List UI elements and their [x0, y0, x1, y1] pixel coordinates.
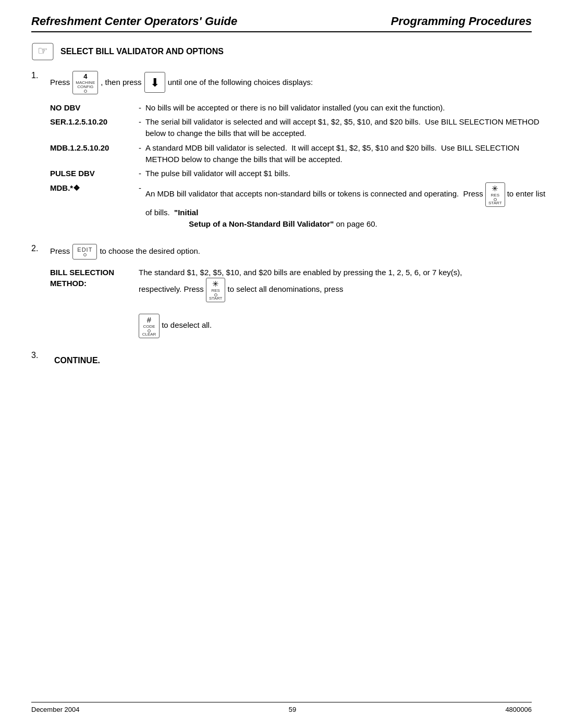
- def-row-pulse: PULSE DBV - The pulse bill validator wil…: [50, 166, 550, 181]
- bill-selection-desc: The standard $1, $2, $5, $10, and $20 bi…: [139, 267, 472, 339]
- key-4-circle: [84, 90, 87, 93]
- def-dash-ser: -: [139, 115, 145, 141]
- step-3-text: CONTINUE.: [54, 356, 100, 365]
- step-3-num: 3.: [31, 351, 46, 360]
- step-2-content: Press EDIT to choose the desired option.: [50, 244, 200, 260]
- key-edit: EDIT: [72, 244, 97, 260]
- svg-text:☞: ☞: [38, 44, 48, 57]
- def-desc-ser: The serial bill validator is selected an…: [145, 115, 550, 141]
- step-2: 2. Press EDIT to choose the desired opti…: [31, 244, 532, 260]
- def-term-nodbv: NO DBV: [50, 101, 139, 115]
- mdbstar-initial-bold: "Initial: [174, 208, 198, 217]
- def-desc-mdbstar: An MDB bill validator that accepts non-s…: [145, 181, 550, 231]
- footer-doc-num: 4800006: [505, 706, 532, 713]
- def-term-mdb1: MDB.1.2.5.10.20: [50, 141, 139, 167]
- key-star2-sub1: RES: [211, 289, 219, 293]
- key-4-sub2: CONFIG: [77, 85, 93, 89]
- def-row-nodbv: NO DBV - No bills will be accepted or th…: [50, 101, 550, 115]
- bill-selection-term-line1: BILL SELECTION: [50, 268, 114, 277]
- footer-page-num: 59: [289, 706, 296, 713]
- bill-selection-term-line2: METHOD:: [50, 279, 87, 288]
- step-1-press-label: Press: [50, 77, 70, 89]
- key-4-machine-config: 4 MACHINE CONFIG: [72, 71, 98, 94]
- bill-selection-block: BILL SELECTION METHOD: The standard $1, …: [50, 267, 532, 339]
- definitions-table: NO DBV - No bills will be accepted or th…: [50, 101, 550, 231]
- step-2-press-label: Press: [50, 245, 70, 257]
- key-star-res-2: ✳ RES START: [206, 278, 225, 302]
- page-header: Refreshment Center Operators' Guide Prog…: [31, 0, 532, 32]
- def-desc-pulse: The pulse bill validator will accept $1 …: [145, 166, 550, 181]
- mdbstar-page: on page 60.: [336, 219, 377, 228]
- step-1-until-text: until one of the following choices displ…: [168, 77, 313, 89]
- def-row-ser: SER.1.2.5.10.20 - The serial bill valida…: [50, 115, 550, 141]
- def-term-mdbstar: MDB.*❖: [50, 181, 139, 231]
- mdbstar-text1: An MDB bill validator that accepts non-s…: [145, 190, 485, 199]
- step-2-num: 2.: [31, 244, 46, 253]
- key-edit-label: EDIT: [77, 247, 92, 253]
- def-dash-mdbstar: -: [139, 181, 145, 231]
- key-edit-circle: [83, 253, 87, 256]
- def-dash-nodbv: -: [139, 101, 145, 115]
- key-star-sub2: START: [488, 201, 501, 205]
- key-star-symbol: ✳: [492, 184, 498, 193]
- key-4-main: 4: [83, 72, 87, 81]
- bill-selection-term: BILL SELECTION METHOD:: [50, 267, 139, 339]
- key-star-res: ✳ RES START: [485, 182, 505, 207]
- step-3: 3. CONTINUE.: [31, 351, 532, 365]
- mdbstar-setup-bold: Setup of a Non-Standard Bill Validator": [145, 219, 334, 228]
- key-star2-sub2: START: [209, 297, 222, 301]
- step-1-num: 1.: [31, 71, 46, 80]
- def-row-mdb1: MDB.1.2.5.10.20 - A standard MDB bill va…: [50, 141, 550, 167]
- def-row-mdbstar: MDB.*❖ - An MDB bill validator that acce…: [50, 181, 550, 231]
- step-1-then-press: , then press: [101, 77, 141, 89]
- key-star-sub1: RES: [491, 193, 499, 198]
- key-hash-sub2: CLEAR: [142, 332, 156, 337]
- step-1-content: Press 4 MACHINE CONFIG , then press ⬇ un…: [50, 71, 313, 94]
- bill-desc-part2: to select all denominations, press: [228, 285, 344, 294]
- def-desc-mdb1: A standard MDB bill validator is selecte…: [145, 141, 550, 167]
- header-right-title: Programming Procedures: [391, 15, 532, 28]
- key-hash-code: # CODE CLEAR: [139, 314, 160, 338]
- def-desc-nodbv: No bills will be accepted or there is no…: [145, 101, 550, 115]
- step-1: 1. Press 4 MACHINE CONFIG , then press ⬇…: [31, 71, 532, 94]
- page-footer: December 2004 59 4800006: [31, 702, 532, 713]
- hand-icon: ☞: [31, 42, 54, 61]
- def-dash-pulse: -: [139, 166, 145, 181]
- key-star2-symbol: ✳: [212, 279, 219, 289]
- section-title: SELECT BILL VALIDATOR AND OPTIONS: [60, 47, 224, 56]
- key-hash-symbol: #: [147, 315, 151, 325]
- section-title-row: ☞ SELECT BILL VALIDATOR AND OPTIONS: [31, 42, 532, 61]
- footer-date: December 2004: [31, 706, 80, 713]
- bill-desc-part3: to deselect all.: [162, 321, 212, 330]
- header-left-title: Refreshment Center Operators' Guide: [31, 15, 237, 28]
- def-term-ser: SER.1.2.5.10.20: [50, 115, 139, 141]
- key-hash-sub1: CODE: [143, 325, 155, 329]
- def-dash-mdb1: -: [139, 141, 145, 167]
- def-term-pulse: PULSE DBV: [50, 166, 139, 181]
- key-down-arrow: ⬇: [144, 72, 165, 93]
- step-2-to-choose: to choose the desired option.: [100, 245, 200, 257]
